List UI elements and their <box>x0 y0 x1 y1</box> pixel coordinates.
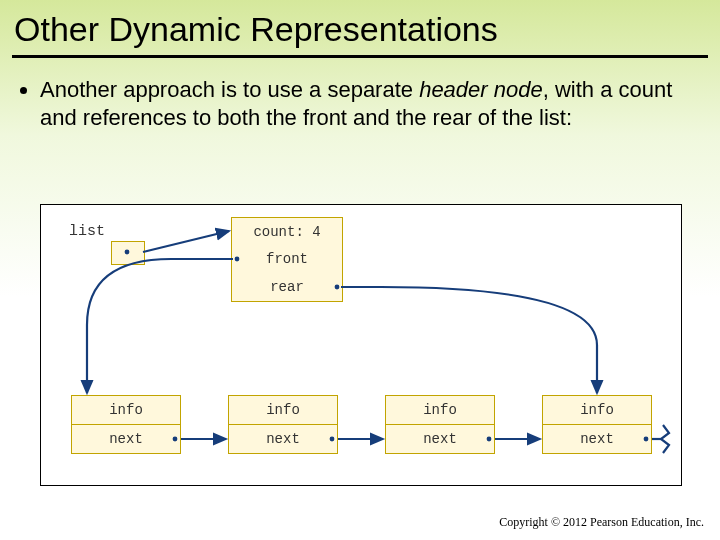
bullet-item: Another approach is to use a separate he… <box>40 76 708 132</box>
null-squiggle <box>661 425 669 453</box>
arrow-rear-to-last <box>341 287 597 393</box>
svg-point-0 <box>125 250 130 255</box>
svg-point-1 <box>235 257 240 262</box>
copyright-text: Copyright © 2012 Pearson Education, Inc. <box>499 515 704 530</box>
arrow-front-to-first <box>87 259 233 393</box>
title-divider <box>12 55 708 58</box>
svg-point-3 <box>173 437 178 442</box>
bullet-text-prefix: Another approach is to use a separate <box>40 77 419 102</box>
svg-point-6 <box>644 437 649 442</box>
arrow-list-to-header <box>143 231 229 252</box>
bullet-list: Another approach is to use a separate he… <box>12 76 708 132</box>
page-title: Other Dynamic Representations <box>0 0 720 49</box>
svg-point-5 <box>487 437 492 442</box>
arrows-layer <box>41 205 681 485</box>
bullet-text-em: header node <box>419 77 543 102</box>
svg-point-4 <box>330 437 335 442</box>
diagram-figure: list count: 4 front rear info next info … <box>40 204 682 486</box>
svg-point-2 <box>335 285 340 290</box>
